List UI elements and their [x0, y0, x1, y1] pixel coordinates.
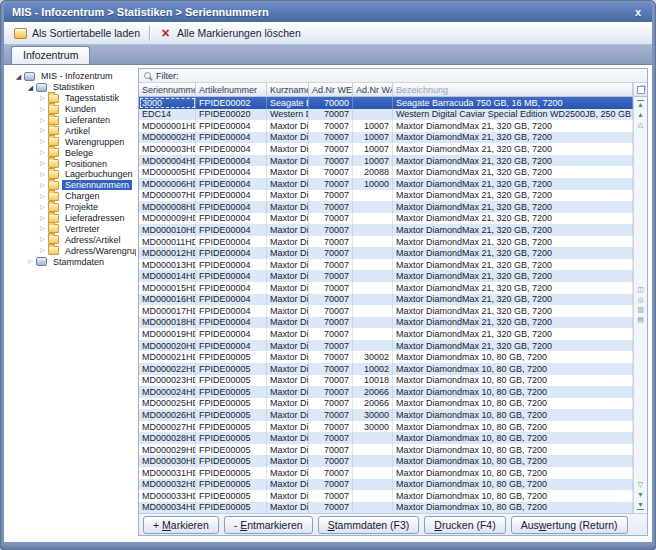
table-row[interactable]: MD000003HDFPIDE00004Maxtor Dia7000710007… — [139, 143, 633, 155]
table-row[interactable]: EDC14FPIDE00020Western Di70007Western Di… — [139, 109, 633, 121]
table-row[interactable]: MD000007HDFPIDE00004Maxtor Dia70007Maxto… — [139, 190, 633, 202]
table-row[interactable]: MD000023HDFPIDE00005Maxtor Dia7000710018… — [139, 375, 633, 387]
table-row[interactable]: MD000013HDFPIDE00004Maxtor Dia70007Maxto… — [139, 259, 633, 271]
table-row[interactable]: MD000015HDFPIDE00004Maxtor Dia70007Maxto… — [139, 282, 633, 294]
table-row[interactable]: MD000009HDFPIDE00004Maxtor Dia70007Maxto… — [139, 213, 633, 225]
table-cell: Maxtor DiamondMax 21, 320 GB, 7200 — [393, 236, 633, 248]
tree-item-warengruppen[interactable]: ▷Warengruppen — [8, 136, 136, 147]
page-down-icon[interactable]: ▼ — [637, 491, 644, 499]
expand-icon[interactable]: ▷ — [38, 159, 47, 168]
tab-infozentrum[interactable]: Infozentrum — [11, 46, 90, 64]
table-row[interactable]: MD000028HDFPIDE00005Maxtor Dia70007Maxto… — [139, 432, 633, 444]
tree-item-vertreter[interactable]: ▷Vertreter — [8, 223, 136, 234]
table-row[interactable]: MD000001HDFPIDE00004Maxtor Dia7000710007… — [139, 120, 633, 132]
table-row[interactable]: MD000017HDFPIDE00004Maxtor Dia70007Maxto… — [139, 305, 633, 317]
column-header-adnr-wa[interactable]: Ad.Nr WA — [353, 83, 393, 97]
table-row[interactable]: MD000032HDFPIDE00005Maxtor Dia70007Maxto… — [139, 479, 633, 491]
expand-icon[interactable]: ▷ — [38, 170, 47, 179]
table-row[interactable]: MD000029HDFPIDE00005Maxtor Dia70007Maxto… — [139, 444, 633, 456]
table-row[interactable]: MD000005HDFPIDE00004Maxtor Dia7000720088… — [139, 166, 633, 178]
table-row[interactable]: MD000019HDFPIDE00004Maxtor Dia70007Maxto… — [139, 328, 633, 340]
table-row[interactable]: MD000033HDFPIDE00005Maxtor Dia70007Maxto… — [139, 490, 633, 502]
action-button-stammdaten-f3[interactable]: Stammdaten (F3) — [318, 516, 420, 534]
tree-item-adress-warengruppen[interactable]: ▷Adress/Warengruppen — [8, 245, 136, 256]
table-row[interactable]: MD000002HDFPIDE00004Maxtor Dia7000710007… — [139, 132, 633, 144]
collapse-icon[interactable]: ◢ — [14, 72, 23, 81]
table-row[interactable]: MD000034HDFPIDE00005Maxtor Dia70007Maxto… — [139, 502, 633, 513]
table-row[interactable]: MD000018HDFPIDE00004Maxtor Dia70007Maxto… — [139, 317, 633, 329]
action-button-drucken-f4[interactable]: Drucken (F4) — [424, 516, 505, 534]
expand-icon[interactable]: ▷ — [38, 181, 47, 190]
table-row[interactable]: MD000027HDFPIDE00005Maxtor Dia7000730000… — [139, 421, 633, 433]
toolbar-button-als-sortiertabelle-laden[interactable]: Als Sortiertabelle laden — [9, 25, 145, 41]
tree-item-positionen[interactable]: ▷Positionen — [8, 158, 136, 169]
expand-icon[interactable]: ▷ — [38, 116, 47, 125]
mark-icon[interactable]: ▥ — [637, 306, 644, 314]
column-header-kurzname[interactable]: Kurzname — [267, 83, 309, 97]
tree-item-seriennummern[interactable]: ▷Seriennummern — [8, 180, 136, 191]
expand-icon[interactable]: ▷ — [38, 246, 47, 255]
action-button-auswertung-return[interactable]: Auswertung (Return) — [511, 516, 628, 534]
tree-item-projekte[interactable]: ▷Projekte — [8, 202, 136, 213]
table-row[interactable]: MD000031HDFPIDE00005Maxtor Dia70007Maxto… — [139, 467, 633, 479]
go-top-icon[interactable]: ▲ — [637, 100, 644, 109]
table-row[interactable]: MD000010HDFPIDE00004Maxtor Dia70007Maxto… — [139, 224, 633, 236]
table-row[interactable]: MD000026HDFPIDE00005Maxtor Dia7000730000… — [139, 409, 633, 421]
column-header-artikelnummer[interactable]: Artikelnummer — [196, 83, 267, 97]
expand-icon[interactable]: ▷ — [38, 203, 47, 212]
column-header-bezeichnung[interactable]: Bezeichnung — [393, 83, 633, 97]
table-row[interactable]: MD000004HDFPIDE00004Maxtor Dia7000710007… — [139, 155, 633, 167]
line-down-icon[interactable]: ▽ — [638, 481, 643, 489]
expand-icon[interactable]: ▷ — [26, 257, 35, 266]
tree-item-statistiken[interactable]: ◢Statistiken — [8, 82, 136, 93]
filter-icon[interactable]: ▤ — [637, 316, 644, 324]
expand-icon[interactable]: ▷ — [38, 148, 47, 157]
table-row[interactable]: MD000011HDFPIDE00004Maxtor Dia70007Maxto… — [139, 236, 633, 248]
expand-icon[interactable]: ▷ — [38, 224, 47, 233]
tree-item-adress-artikel[interactable]: ▷Adress/Artikel — [8, 234, 136, 245]
column-header-adnr-we[interactable]: Ad.Nr WE — [309, 83, 353, 97]
table-row[interactable]: MD000022HDFPIDE00005Maxtor Dia7000710002… — [139, 363, 633, 375]
table-row[interactable]: MD000012HDFPIDE00004Maxtor Dia70007Maxto… — [139, 247, 633, 259]
tree-item-lieferanten[interactable]: ▷Lieferanten — [8, 115, 136, 126]
table-row[interactable]: MD000024HDFPIDE00005Maxtor Dia7000720066… — [139, 386, 633, 398]
expand-icon[interactable]: ▷ — [38, 94, 47, 103]
table-row[interactable]: MD000020HDFPIDE00004Maxtor Dia70007Maxto… — [139, 340, 633, 352]
expand-icon[interactable]: ▷ — [38, 105, 47, 114]
tree-item-mis-infozentrum[interactable]: ◢MIS - Infozentrum — [8, 71, 136, 82]
table-row[interactable]: 3000FPIDE00002Seagate Ba70000Seagate Bar… — [139, 97, 633, 109]
table-row[interactable]: MD000008HDFPIDE00004Maxtor Dia70007Maxto… — [139, 201, 633, 213]
table-row[interactable]: MD000006HDFPIDE00004Maxtor Dia7000710000… — [139, 178, 633, 190]
search-icon[interactable]: ◎ — [637, 296, 643, 304]
table-row[interactable]: MD000030HDFPIDE00005Maxtor Dia70007Maxto… — [139, 455, 633, 467]
table-row[interactable]: MD000021HDFPIDE00005Maxtor Dia7000730002… — [139, 351, 633, 363]
tree-item-stammdaten[interactable]: ▷Stammdaten — [8, 256, 136, 267]
tree-item-tagesstatistik[interactable]: ▷Tagesstatistik — [8, 93, 136, 104]
page-up-icon[interactable]: ▲ — [637, 111, 644, 119]
split-icon[interactable]: ◫ — [637, 286, 644, 294]
toolbar-button-alle-markierungen-l-schen[interactable]: ×Alle Markierungen löschen — [154, 25, 306, 41]
expand-icon[interactable]: ▷ — [38, 235, 47, 244]
action-button-markieren[interactable]: + Markieren — [143, 516, 219, 534]
column-header-seriennummer[interactable]: Seriennummer — [139, 83, 196, 97]
close-icon[interactable]: x — [632, 6, 644, 18]
collapse-icon[interactable]: ◢ — [26, 83, 35, 92]
table-row[interactable]: MD000016HDFPIDE00004Maxtor Dia70007Maxto… — [139, 294, 633, 306]
tree-item-chargen[interactable]: ▷Chargen — [8, 191, 136, 202]
table-row[interactable]: MD000014HDFPIDE00004Maxtor Dia70007Maxto… — [139, 270, 633, 282]
tree-item-kunden[interactable]: ▷Kunden — [8, 104, 136, 115]
line-up-icon[interactable]: △ — [638, 121, 643, 129]
expand-icon[interactable]: ▷ — [38, 192, 47, 201]
expand-icon[interactable]: ▷ — [38, 214, 47, 223]
tree-item-belege[interactable]: ▷Belege — [8, 147, 136, 158]
table-row[interactable]: MD000025HDFPIDE00005Maxtor Dia7000720066… — [139, 398, 633, 410]
expand-icon[interactable]: ▷ — [38, 137, 47, 146]
tree-item-lagerbuchungen[interactable]: ▷Lagerbuchungen — [8, 169, 136, 180]
column-chooser-button[interactable] — [634, 83, 647, 97]
tree-item-artikel[interactable]: ▷Artikel — [8, 125, 136, 136]
tree-item-lieferadressen[interactable]: ▷Lieferadressen — [8, 213, 136, 224]
table-cell: 10007 — [353, 120, 393, 132]
expand-icon[interactable]: ▷ — [38, 126, 47, 135]
action-button-entmarkieren[interactable]: - Entmarkieren — [224, 516, 313, 534]
go-bottom-icon[interactable]: ▼ — [637, 501, 644, 510]
